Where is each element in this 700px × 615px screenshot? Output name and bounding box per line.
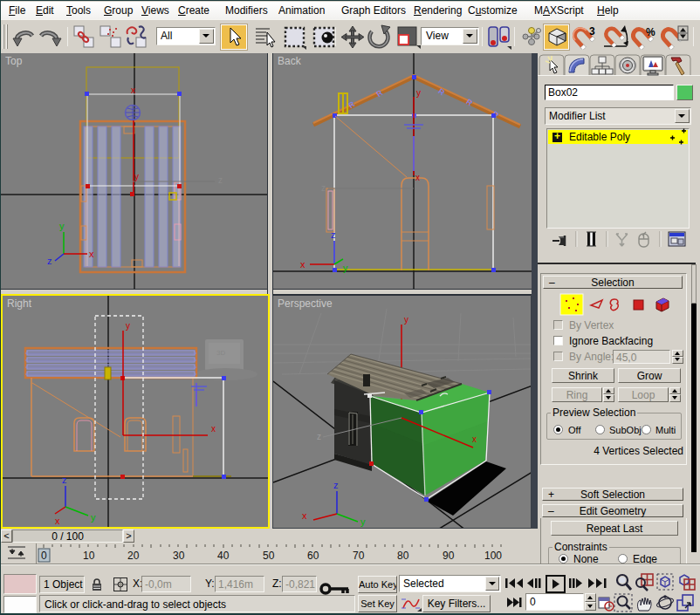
svg-text:3: 3: [589, 25, 595, 38]
svg-text:x: x: [302, 510, 307, 521]
svg-text:y: y: [360, 516, 366, 527]
svg-text:%: %: [646, 26, 655, 38]
svg-text:80: 80: [397, 550, 409, 562]
svg-text:x: x: [131, 85, 135, 95]
svg-text:90: 90: [443, 550, 455, 562]
svg-text:x: x: [55, 516, 60, 526]
svg-text:x: x: [300, 259, 305, 270]
svg-text:z: z: [47, 256, 52, 266]
svg-text:70: 70: [353, 550, 365, 562]
svg-text:z: z: [62, 475, 67, 485]
svg-text:60: 60: [307, 550, 319, 562]
svg-text:0: 0: [41, 550, 47, 562]
svg-text:y: y: [134, 172, 139, 181]
svg-text:50: 50: [263, 550, 275, 562]
svg-text:y: y: [416, 88, 421, 98]
svg-text:100: 100: [484, 550, 502, 562]
svg-text:30: 30: [173, 550, 185, 562]
svg-text:20: 20: [127, 550, 140, 562]
svg-text:z: z: [218, 175, 223, 185]
svg-text:10: 10: [83, 550, 95, 562]
svg-text:x: x: [89, 249, 94, 259]
svg-text:x: x: [472, 434, 477, 444]
svg-text:y: y: [126, 321, 130, 331]
svg-text:z: z: [317, 432, 321, 441]
svg-text:40: 40: [217, 550, 230, 562]
svg-text:z: z: [333, 480, 339, 490]
svg-text:y: y: [91, 512, 96, 523]
svg-text:z: z: [331, 229, 336, 240]
svg-text:y: y: [404, 315, 408, 325]
svg-text:x: x: [211, 424, 216, 434]
svg-text:x: x: [415, 173, 420, 182]
svg-text:3D: 3D: [216, 349, 225, 357]
svg-text:y: y: [59, 221, 65, 231]
svg-text:y: y: [343, 263, 348, 273]
svg-text:z: z: [321, 183, 326, 193]
